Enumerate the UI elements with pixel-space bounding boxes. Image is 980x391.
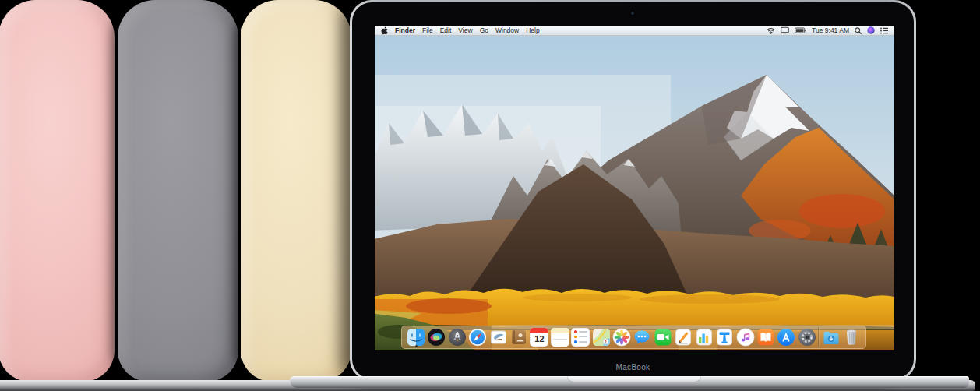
calendar-day: 12	[530, 333, 548, 345]
menu-edit[interactable]: Edit	[440, 26, 452, 36]
dock-icon-system-preferences[interactable]	[798, 328, 816, 347]
macbook-lid-space-gray	[118, 0, 238, 382]
macbook-display: Finder File Edit View Go Window Help	[350, 0, 916, 381]
lid-opening-notch	[567, 376, 701, 382]
dock-icon-safari[interactable]	[468, 328, 487, 347]
dock-icon-downloads[interactable]	[822, 328, 841, 347]
notes-lines	[553, 336, 567, 347]
siri-icon[interactable]	[867, 26, 875, 34]
display-bezel: Finder File Edit View Go Window Help	[352, 2, 914, 379]
dock-icon-trash[interactable]	[842, 328, 861, 347]
menu-help[interactable]: Help	[526, 26, 539, 36]
dock-icon-reminders[interactable]	[571, 328, 590, 347]
notes-header	[551, 328, 569, 333]
dock-icon-keynote[interactable]	[715, 328, 734, 347]
dock-icon-ibooks[interactable]	[756, 328, 775, 347]
finder-running-indicator	[415, 345, 418, 347]
dock: 12	[401, 326, 866, 349]
desktop-screen: Finder File Edit View Go Window Help	[375, 26, 894, 350]
dock-divider	[818, 327, 820, 347]
menu-window[interactable]: Window	[495, 26, 519, 36]
dock-icon-finder[interactable]	[407, 328, 425, 347]
display-icon[interactable]	[781, 26, 789, 34]
wifi-icon[interactable]	[767, 27, 775, 34]
spotlight-icon[interactable]	[855, 27, 862, 34]
dock-icon-facetime[interactable]	[654, 328, 672, 347]
menu-go[interactable]: Go	[480, 26, 488, 36]
product-scene: Finder File Edit View Go Window Help	[0, 0, 980, 391]
clock[interactable]: Tue 9:41 AM	[812, 26, 849, 34]
dock-icon-calendar[interactable]: 12	[530, 328, 548, 347]
dock-icon-itunes[interactable]	[736, 328, 755, 347]
dock-icon-app-store[interactable]	[777, 328, 795, 347]
menu-file[interactable]: File	[422, 26, 433, 36]
model-label: MacBook	[352, 363, 914, 372]
dock-icon-messages[interactable]	[633, 328, 651, 347]
macbook-lid-gold	[241, 0, 351, 382]
dock-icon-maps[interactable]	[592, 328, 611, 347]
dock-icon-launchpad[interactable]	[448, 328, 467, 347]
dock-icon-pages[interactable]	[674, 328, 693, 347]
dock-icon-notes[interactable]	[551, 328, 569, 347]
menu-finder[interactable]: Finder	[395, 26, 415, 36]
notification-center-icon[interactable]	[880, 27, 888, 34]
macbook-base	[290, 376, 969, 388]
dock-icon-photos[interactable]	[612, 328, 631, 347]
dock-icon-siri[interactable]	[427, 328, 446, 347]
high-sierra-wallpaper	[375, 36, 894, 350]
menu-bar: Finder File Edit View Go Window Help	[375, 26, 894, 36]
macbook-lid-rose-gold	[0, 0, 115, 382]
dock-icon-contacts[interactable]	[509, 328, 528, 347]
apple-menu-icon[interactable]	[381, 26, 388, 35]
dock-icon-numbers[interactable]	[695, 328, 714, 347]
menu-view[interactable]: View	[458, 26, 472, 36]
facetime-camera	[631, 12, 634, 15]
dock-icon-mail[interactable]	[489, 328, 508, 347]
battery-icon[interactable]	[795, 27, 806, 33]
